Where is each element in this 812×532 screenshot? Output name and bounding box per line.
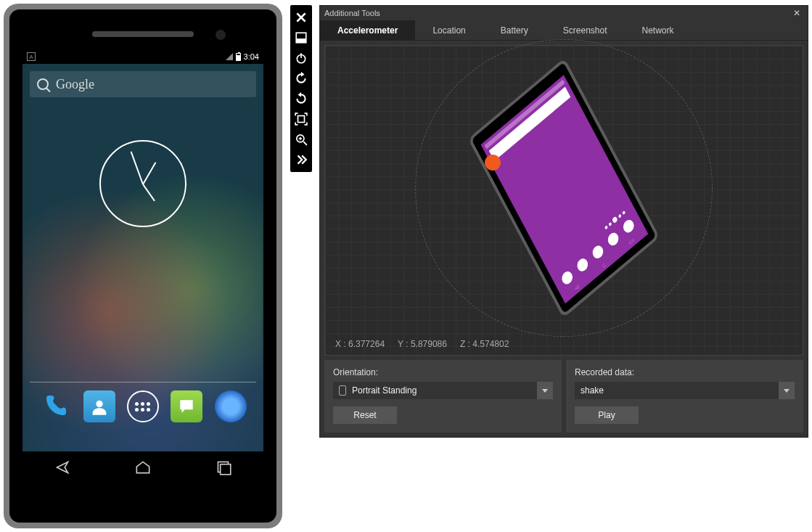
minimize-button[interactable] [292,28,311,47]
signal-icon [226,53,233,60]
clock-hand [131,152,144,185]
dropdown-caret-icon [779,382,795,399]
home-button[interactable] [132,458,154,480]
tab-battery[interactable]: Battery [483,20,546,40]
x-value: 6.377264 [348,339,385,349]
rotate-right-button[interactable] [292,89,311,108]
power-button[interactable] [292,49,311,67]
accelerometer-readout: X : 6.377264 Y : 5.879086 Z : 4.574802 [335,339,509,349]
search-placeholder: Google [56,77,94,92]
tab-accelerometer[interactable]: Accelerometer [320,20,415,40]
emulator-device-frame: A 3:04 Google [4,4,282,528]
app-dock [22,385,263,428]
accelerometer-3d-view[interactable]: ◅⌂▭ X : 6.377264 Y : 5.879086 Z : 4.5748… [324,45,803,356]
portrait-icon [339,385,346,396]
app-drawer-icon[interactable] [127,390,159,422]
speaker-grille [92,31,194,37]
keyboard-indicator-icon: A [27,52,36,61]
tab-network[interactable]: Network [624,20,691,40]
reset-button[interactable]: Reset [333,406,397,424]
svg-rect-4 [296,38,306,43]
analog-clock-widget[interactable] [99,140,186,227]
recorded-data-dropdown[interactable]: shake [575,382,795,399]
clock-hand [142,184,155,201]
panel-title-text: Additional Tools [324,9,380,17]
contacts-app-icon[interactable] [83,390,115,422]
battery-icon [236,53,241,61]
phone-body: A 3:04 Google [9,9,276,523]
play-button[interactable]: Play [575,406,639,424]
zoom-button[interactable] [292,130,311,149]
recorded-data-section: Recorded data: shake Play [566,360,803,433]
more-tools-button[interactable] [292,150,311,169]
orientation-value: Portrait Standing [352,385,417,396]
tab-screenshot[interactable]: Screenshot [546,20,625,40]
back-button[interactable] [52,458,73,480]
front-camera [216,30,226,40]
z-value: 4.574802 [472,339,509,349]
recent-apps-button[interactable] [213,458,234,480]
emulator-toolbar [290,5,312,172]
rotate-left-button[interactable] [292,69,311,88]
orientation-marker [485,155,501,171]
device-screen[interactable]: A 3:04 Google [22,49,263,486]
recorded-data-value: shake [581,385,604,396]
panel-titlebar: Additional Tools ✕ [320,6,808,20]
svg-rect-2 [220,465,230,475]
orientation-section: Orientation: Portrait Standing Reset [324,360,562,433]
clock-text: 3:04 [244,52,259,61]
close-button[interactable] [292,8,311,27]
additional-tools-panel: Additional Tools ✕ Accelerometer Locatio… [319,5,808,438]
clock-hand [142,162,156,184]
dropdown-caret-icon [537,382,553,399]
search-icon [37,78,49,90]
svg-line-9 [303,142,307,145]
google-search-widget[interactable]: Google [30,71,256,97]
fit-screen-button[interactable] [292,110,311,128]
tab-location[interactable]: Location [415,20,483,40]
panel-close-button[interactable]: ✕ [790,8,803,18]
y-value: 5.879086 [411,339,447,349]
orientation-dropdown[interactable]: Portrait Standing [333,382,553,399]
android-nav-bar [22,451,263,486]
panel-tabs: Accelerometer Location Battery Screensho… [320,20,808,41]
orientation-label: Orientation: [333,367,553,377]
svg-rect-7 [298,116,305,123]
phone-app-icon[interactable] [39,390,71,422]
recorded-data-label: Recorded data: [575,367,795,377]
svg-point-0 [96,401,102,407]
messaging-app-icon[interactable] [171,390,202,422]
dock-divider [30,382,256,382]
browser-app-icon[interactable] [215,390,247,422]
android-status-bar: A 3:04 [22,49,263,64]
